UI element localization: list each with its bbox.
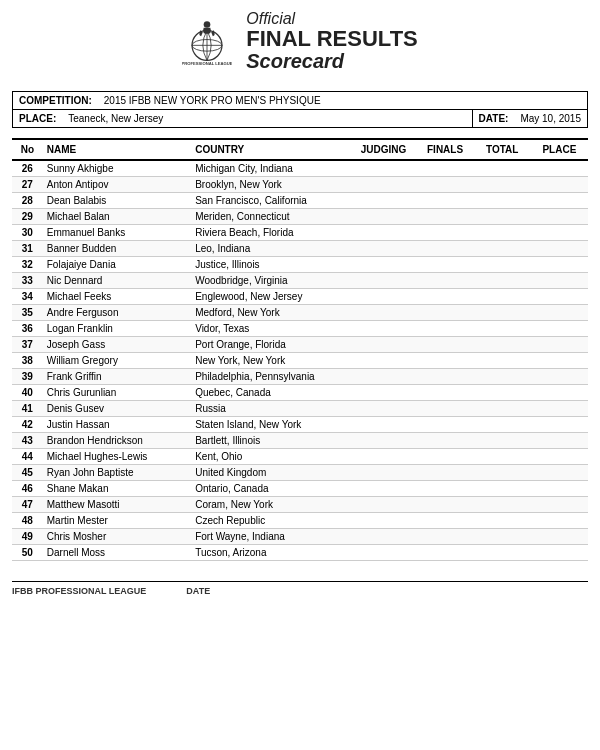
cell-no: 45 [12,465,43,481]
cell-total [474,465,531,481]
cell-finals [416,321,473,337]
cell-place [531,273,588,289]
cell-total [474,481,531,497]
cell-place [531,160,588,177]
cell-judging [351,465,417,481]
cell-no: 34 [12,289,43,305]
cell-name: Matthew Masotti [43,497,191,513]
cell-no: 42 [12,417,43,433]
cell-place [531,241,588,257]
place-date-row: PLACE: Teaneck, New Jersey DATE: May 10,… [13,110,587,127]
cell-country: Vidor, Texas [191,321,350,337]
cell-country: Bartlett, Illinois [191,433,350,449]
cell-name: Anton Antipov [43,177,191,193]
cell-finals [416,225,473,241]
cell-total [474,337,531,353]
cell-total [474,545,531,561]
cell-finals [416,417,473,433]
cell-judging [351,305,417,321]
cell-name: Banner Budden [43,241,191,257]
cell-total [474,177,531,193]
cell-finals [416,529,473,545]
footer-right: DATE [186,586,210,596]
cell-country: Port Orange, Florida [191,337,350,353]
svg-point-4 [204,21,211,28]
table-row: 28 Dean Balabis San Francisco, Californi… [12,193,588,209]
cell-country: Michigan City, Indiana [191,160,350,177]
table-row: 29 Michael Balan Meriden, Connecticut [12,209,588,225]
cell-place [531,497,588,513]
table-row: 44 Michael Hughes-Lewis Kent, Ohio [12,449,588,465]
cell-no: 43 [12,433,43,449]
cell-place [531,257,588,273]
cell-no: 47 [12,497,43,513]
table-header-row: No NAME COUNTRY JUDGING FINALS TOTAL PLA… [12,139,588,160]
cell-judging [351,385,417,401]
cell-no: 38 [12,353,43,369]
cell-total [474,385,531,401]
cell-total [474,257,531,273]
cell-place [531,529,588,545]
cell-judging [351,337,417,353]
cell-place [531,193,588,209]
cell-total [474,193,531,209]
cell-name: Chris Gurunlian [43,385,191,401]
cell-place [531,385,588,401]
cell-place [531,353,588,369]
cell-judging [351,545,417,561]
cell-no: 32 [12,257,43,273]
date-value: May 10, 2015 [514,110,587,127]
cell-country: United Kingdom [191,465,350,481]
cell-finals [416,257,473,273]
cell-country: Woodbridge, Virginia [191,273,350,289]
cell-country: San Francisco, California [191,193,350,209]
table-row: 46 Shane Makan Ontario, Canada [12,481,588,497]
cell-name: Brandon Hendrickson [43,433,191,449]
col-no: No [12,139,43,160]
footer-left: IFBB PROFESSIONAL LEAGUE [12,586,146,596]
cell-finals [416,449,473,465]
place-label: PLACE: [13,110,62,127]
cell-judging [351,449,417,465]
cell-finals [416,241,473,257]
cell-name: Dean Balabis [43,193,191,209]
cell-total [474,433,531,449]
cell-total [474,417,531,433]
cell-place [531,209,588,225]
info-section: COMPETITION: 2015 IFBB NEW YORK PRO MEN'… [12,91,588,128]
place-value: Teaneck, New Jersey [62,110,471,127]
table-row: 34 Michael Feeks Englewood, New Jersey [12,289,588,305]
cell-finals [416,273,473,289]
cell-country: Brooklyn, New York [191,177,350,193]
logo-area: PROFESSIONAL LEAGUE [182,17,232,67]
cell-country: New York, New York [191,353,350,369]
cell-name: William Gregory [43,353,191,369]
cell-no: 33 [12,273,43,289]
svg-text:PROFESSIONAL LEAGUE: PROFESSIONAL LEAGUE [182,60,232,65]
cell-judging [351,401,417,417]
cell-country: Fort Wayne, Indiana [191,529,350,545]
cell-place [531,177,588,193]
cell-judging [351,177,417,193]
cell-judging [351,209,417,225]
col-place: PLACE [531,139,588,160]
cell-place [531,225,588,241]
cell-country: Tucson, Arizona [191,545,350,561]
cell-finals [416,209,473,225]
cell-country: Ontario, Canada [191,481,350,497]
cell-no: 29 [12,209,43,225]
cell-name: Joseph Gass [43,337,191,353]
cell-country: Medford, New York [191,305,350,321]
cell-total [474,160,531,177]
competition-label: COMPETITION: [13,92,98,109]
table-row: 43 Brandon Hendrickson Bartlett, Illinoi… [12,433,588,449]
cell-finals [416,401,473,417]
table-row: 30 Emmanuel Banks Riviera Beach, Florida [12,225,588,241]
cell-place [531,369,588,385]
ifbb-logo-icon: PROFESSIONAL LEAGUE [182,17,232,67]
cell-no: 41 [12,401,43,417]
cell-name: Andre Ferguson [43,305,191,321]
cell-judging [351,481,417,497]
table-row: 36 Logan Franklin Vidor, Texas [12,321,588,337]
cell-place [531,449,588,465]
